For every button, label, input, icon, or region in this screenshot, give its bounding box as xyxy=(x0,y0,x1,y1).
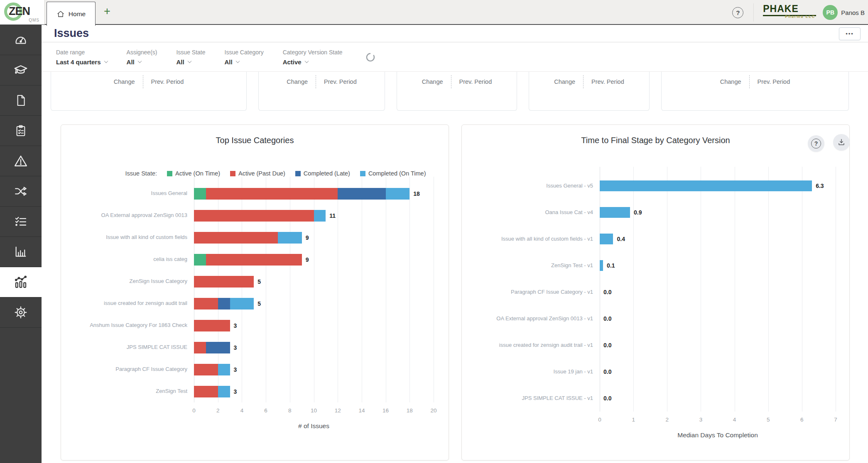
help-icon[interactable]: ? xyxy=(732,7,743,18)
filter-label: Assignee(s) xyxy=(127,49,157,56)
legend-item[interactable]: Active (Past Due) xyxy=(230,170,285,177)
chevron-down-icon xyxy=(104,59,108,63)
kpi-card[interactable]: Change Prev. Period xyxy=(258,72,385,111)
bar-segment[interactable] xyxy=(194,254,206,266)
filter-assignees: Assignee(s) All xyxy=(127,49,157,66)
sidebar-item-analytics[interactable] xyxy=(0,267,42,297)
company-logo: PHAKE Pharma LLC xyxy=(763,3,816,22)
refresh-button[interactable] xyxy=(364,51,377,65)
bar-segment[interactable] xyxy=(230,298,254,309)
sidebar-item-bar-chart[interactable] xyxy=(0,237,42,267)
bar-value-label: 3 xyxy=(234,366,237,373)
time-to-final-stage-card: Time to Final Stage by Category Version … xyxy=(461,124,850,461)
bar-segment[interactable] xyxy=(218,364,230,375)
top-issue-categories-card: Top Issue Categories Issue State: Active… xyxy=(61,124,449,461)
x-axis-tick: 0 xyxy=(192,407,196,414)
more-options-button[interactable]: ••• xyxy=(839,27,861,40)
legend-title: Issue State: xyxy=(125,170,157,177)
bar-segment[interactable] xyxy=(194,320,230,331)
chart-title: Top Issue Categories xyxy=(61,136,449,145)
bar-category-label: Issue with all kind of custom fields xyxy=(83,234,187,241)
filter-issue-category-dropdown[interactable]: All xyxy=(225,58,264,66)
sidebar-item-clipboard[interactable] xyxy=(0,116,42,146)
filter-date-range-dropdown[interactable]: Last 4 quarters xyxy=(56,58,108,66)
kpi-card[interactable]: Change Prev. Period xyxy=(51,72,247,111)
kpi-card[interactable]: Change Prev. Period xyxy=(529,72,650,111)
bar-value-label: 0.0 xyxy=(603,289,611,295)
bar-segment[interactable] xyxy=(206,342,230,353)
tab-home[interactable]: Home xyxy=(47,2,96,26)
filter-issue-state-dropdown[interactable]: All xyxy=(176,58,205,66)
new-tab-button[interactable]: + xyxy=(104,6,110,19)
sidebar-item-checklist[interactable] xyxy=(0,207,42,237)
widget-help-button[interactable]: ? xyxy=(808,135,824,152)
tab-home-label: Home xyxy=(69,10,86,18)
bar-segment[interactable] xyxy=(218,386,230,397)
chart-row: Paragraph CF Issue Category - v10.0 xyxy=(600,279,836,305)
bar-segment[interactable] xyxy=(206,188,338,200)
x-axis-tick: 1 xyxy=(632,417,635,423)
sidebar-item-settings[interactable] xyxy=(0,297,42,328)
x-axis-tick: 4 xyxy=(240,407,244,414)
filter-category-version-state: Category Version State Active xyxy=(283,49,343,66)
sidebar-item-graduation-cap[interactable] xyxy=(0,55,42,85)
refresh-spinner-icon xyxy=(362,49,379,66)
zenqms-logo[interactable]: ZEN QMS xyxy=(0,0,45,24)
x-axis: 02468101214161820 xyxy=(194,407,434,415)
bar-segment[interactable] xyxy=(194,364,218,375)
bar-segment[interactable] xyxy=(600,234,613,244)
bar-segment[interactable] xyxy=(194,188,206,200)
bar-segment[interactable] xyxy=(600,260,603,271)
kpi-change-label: Change xyxy=(422,78,443,85)
user-avatar[interactable]: PB xyxy=(823,5,838,20)
sidebar-item-speedometer[interactable] xyxy=(0,25,42,55)
chart-row: Issues General18 xyxy=(194,183,434,205)
kpi-divider xyxy=(143,75,143,88)
bar-value-label: 18 xyxy=(413,190,420,197)
filter-assignees-dropdown[interactable]: All xyxy=(127,58,157,66)
user-name[interactable]: Panos B xyxy=(841,9,865,16)
bar-segment[interactable] xyxy=(338,188,385,200)
kpi-card[interactable]: Change Prev. Period xyxy=(397,72,517,111)
widget-download-button[interactable] xyxy=(833,134,850,151)
bar-segment[interactable] xyxy=(194,232,278,244)
sidebar-item-warning[interactable] xyxy=(0,146,42,176)
kpi-prev-period-label: Prev. Period xyxy=(591,78,624,85)
bar-category-label: Issues General xyxy=(83,190,187,197)
bar-segment[interactable] xyxy=(278,232,302,244)
filter-label: Date range xyxy=(56,49,108,56)
bar-segment[interactable] xyxy=(194,210,314,222)
filter-bar: Date range Last 4 quarters Assignee(s) A… xyxy=(42,42,868,71)
app-window: ZEN QMS Home + ? PHAKE Pharma LLC PB Pan… xyxy=(0,0,868,463)
bar-segment[interactable] xyxy=(194,386,218,397)
legend-item[interactable]: Completed (On Time) xyxy=(360,170,426,177)
bar-segment[interactable] xyxy=(386,188,410,200)
legend-item[interactable]: Completed (Late) xyxy=(295,170,350,177)
bar-segment[interactable] xyxy=(194,298,218,309)
filter-category-version-state-dropdown[interactable]: Active xyxy=(283,58,343,66)
charts-row: Top Issue Categories Issue State: Active… xyxy=(42,124,868,461)
kpi-prev-period-label: Prev. Period xyxy=(758,78,790,85)
filter-value: Active xyxy=(283,58,302,66)
kpi-change-label: Change xyxy=(287,78,308,85)
chart-row: ZenSign Test3 xyxy=(194,380,434,402)
filter-value: All xyxy=(225,58,233,66)
sidebar-item-shuffle[interactable] xyxy=(0,176,42,207)
bar-segment[interactable] xyxy=(194,276,254,288)
checklist-icon xyxy=(14,214,28,229)
x-axis-tick: 14 xyxy=(358,407,365,414)
legend-item[interactable]: Active (On Time) xyxy=(167,170,220,177)
x-axis: 01234567 xyxy=(600,417,836,424)
bar-segment[interactable] xyxy=(600,180,812,191)
bar-segment[interactable] xyxy=(218,298,230,309)
bar-segment[interactable] xyxy=(206,254,302,266)
filter-label: Issue Category xyxy=(225,49,264,56)
bar-value-label: 0.1 xyxy=(607,262,615,269)
bar-segment[interactable] xyxy=(314,210,326,222)
sidebar-item-document[interactable] xyxy=(0,85,42,116)
legend-label: Active (Past Due) xyxy=(238,170,285,177)
bar-segment[interactable] xyxy=(194,342,206,353)
bar-segment[interactable] xyxy=(600,207,630,218)
filter-value: All xyxy=(127,58,135,66)
kpi-card[interactable]: Change Prev. Period xyxy=(661,72,849,111)
